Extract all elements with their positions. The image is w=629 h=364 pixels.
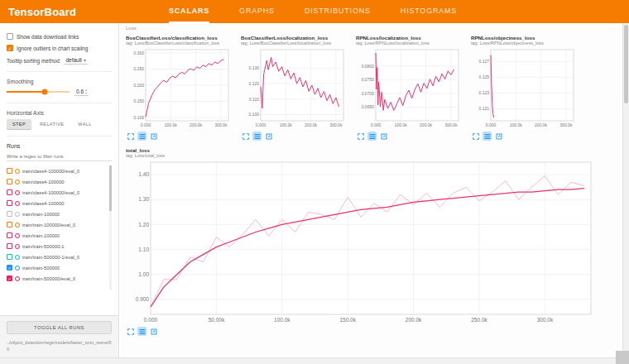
stepper-arrows-icon[interactable]: ▴▾ — [85, 89, 87, 94]
run-item[interactable]: train/class4-100000/eval_0 — [7, 187, 108, 198]
run-visibility-icon[interactable] — [15, 233, 20, 238]
chart-toolbar — [241, 132, 350, 141]
run-visibility-icon[interactable] — [15, 169, 20, 174]
data-table-icon[interactable] — [137, 132, 146, 141]
svg-text:100.0k: 100.0k — [280, 122, 293, 127]
smoothing-row: 0.6 ▴▾ — [7, 88, 112, 96]
run-checkbox[interactable] — [7, 243, 12, 249]
sidebar-footer: TOGGLE ALL RUNS ../object_detection/regs… — [0, 315, 118, 358]
run-checkbox[interactable] — [7, 222, 12, 228]
run-visibility-icon[interactable] — [15, 266, 20, 271]
run-visibility-icon[interactable] — [15, 212, 20, 217]
run-visibility-icon[interactable] — [15, 223, 20, 228]
run-checkbox[interactable]: ✓ — [7, 275, 12, 281]
run-filter-input[interactable] — [7, 152, 112, 161]
fullscreen-icon[interactable] — [356, 132, 365, 141]
fullscreen-icon[interactable] — [241, 132, 250, 141]
run-name: train/train-500000/eval_0 — [22, 276, 75, 281]
data-table-icon[interactable] — [252, 132, 262, 141]
run-visibility-icon[interactable] — [15, 276, 20, 281]
run-item[interactable]: train/train-500000-1/eval_0 — [7, 251, 108, 262]
run-checkbox[interactable] — [7, 179, 12, 184]
horizontal-axis-buttons: STEPRELATIVEWALL — [7, 119, 112, 129]
run-name: train/train-500000 — [22, 266, 60, 271]
divider — [7, 136, 112, 136]
tab-graphs[interactable]: GRAPHS — [239, 0, 275, 23]
svg-text:200.0k: 200.0k — [535, 122, 548, 127]
run-visibility-icon[interactable] — [15, 201, 20, 206]
fit-domain-icon[interactable] — [149, 327, 158, 336]
fit-domain-icon[interactable] — [494, 132, 503, 141]
chart-plot[interactable]: 0.06500.07000.07500.08000.000100.0k200.0… — [356, 47, 465, 130]
sidebar-checkbox-row[interactable]: Show data download links — [7, 33, 112, 40]
tooltip-sorting-select[interactable]: default ▾ — [64, 56, 88, 65]
run-item[interactable]: train/class4-100000 — [7, 198, 108, 208]
checkbox-icon[interactable] — [7, 33, 13, 40]
checkbox-icon[interactable]: ✓ — [7, 45, 13, 51]
chart-tag: tag: Loss/BoxClassifierLoss/classificati… — [126, 41, 235, 46]
run-item[interactable]: train/train-100000 — [7, 230, 108, 241]
chart-card: BoxClassifierLoss/localization_losstag: … — [241, 35, 350, 141]
slider-thumb[interactable] — [41, 89, 47, 95]
chart-title: RPNLoss/localization_loss — [356, 35, 465, 41]
scrollbar-thumb[interactable] — [109, 165, 112, 211]
axis-button-relative[interactable]: RELATIVE — [34, 119, 70, 129]
chart-plot[interactable]: 0.1000.1100.1200.1300.000100.0k200.0k300… — [241, 47, 350, 130]
data-table-icon[interactable] — [367, 132, 377, 141]
run-visibility-icon[interactable] — [15, 244, 20, 249]
run-item[interactable]: ✓train/train-500000 — [7, 262, 108, 273]
scrollbar-thumb[interactable] — [624, 25, 628, 103]
fullscreen-icon[interactable] — [126, 132, 135, 141]
run-name: train/train-500000-1 — [22, 244, 65, 249]
fit-domain-icon[interactable] — [149, 132, 158, 141]
fullscreen-icon[interactable] — [471, 132, 480, 141]
smoothing-value-input[interactable]: 0.6 ▴▾ — [74, 88, 89, 96]
tooltip-sorting-row: Tooltip sorting method: default ▾ — [7, 56, 112, 65]
run-checkbox[interactable] — [7, 211, 12, 217]
divider — [7, 103, 112, 103]
svg-text:0.120: 0.120 — [248, 81, 259, 86]
data-table-icon[interactable] — [137, 327, 146, 336]
axis-button-wall[interactable]: WALL — [72, 119, 97, 129]
svg-text:200.0k: 200.0k — [190, 122, 203, 127]
toggle-all-runs-button[interactable]: TOGGLE ALL RUNS — [7, 321, 112, 334]
category-label: Loss — [120, 23, 622, 31]
run-item[interactable]: train/train-100000/eval_0 — [7, 219, 108, 230]
run-visibility-icon[interactable] — [15, 190, 20, 195]
run-checkbox[interactable] — [7, 254, 12, 260]
svg-text:0.000: 0.000 — [371, 122, 382, 127]
run-item[interactable]: ✓train/train-500000/eval_0 — [7, 273, 108, 284]
chart-plot[interactable]: 0.1210.1230.1250.1270.000100.0k200.0k300… — [471, 47, 580, 130]
tab-distributions[interactable]: DISTRIBUTIONS — [305, 0, 371, 23]
sidebar-checkbox-row[interactable]: ✓Ignore outliers in chart scaling — [7, 45, 112, 51]
svg-text:0.110: 0.110 — [249, 97, 259, 102]
run-visibility-icon[interactable] — [15, 180, 20, 184]
fit-domain-icon[interactable] — [379, 132, 388, 141]
vertical-scrollbar[interactable] — [622, 23, 629, 357]
svg-text:150.0k: 150.0k — [339, 317, 356, 323]
chart-plot[interactable]: 0.1000.1500.2000.2500.3000.000100.0k200.… — [126, 47, 235, 130]
tab-scalars[interactable]: SCALARS — [169, 0, 209, 23]
run-checkbox[interactable]: ✓ — [7, 265, 12, 271]
run-item[interactable]: train/class4-100000 — [7, 176, 108, 187]
fit-domain-icon[interactable] — [264, 132, 273, 141]
data-table-icon[interactable] — [483, 132, 492, 141]
run-item[interactable]: train/train-100000 — [7, 208, 108, 219]
tab-histograms[interactable]: HISTOGRAMS — [401, 0, 457, 23]
run-checkbox[interactable] — [7, 200, 12, 206]
fullscreen-icon[interactable] — [126, 327, 135, 336]
run-item[interactable]: train/class4-100000/eval_0 — [7, 165, 108, 176]
run-name: train/class4-100000/eval_0 — [22, 190, 79, 195]
logdir-path-caption: ../object_detection/regs/models/faster_r… — [7, 339, 112, 353]
smoothing-slider[interactable] — [7, 91, 70, 93]
chart-plot[interactable]: 0.9001.001.101.201.301.400.00050.00k100.… — [126, 160, 602, 325]
run-list-scrollbar[interactable] — [109, 165, 112, 290]
run-visibility-icon[interactable] — [15, 255, 20, 260]
run-checkbox[interactable] — [7, 232, 12, 238]
run-item[interactable]: train/train-500000-1 — [7, 241, 108, 251]
chart-card: RPNLoss/objectness_losstag: Loss/RPNLoss… — [471, 35, 580, 141]
run-checkbox[interactable] — [7, 168, 12, 174]
run-checkbox[interactable] — [7, 189, 12, 195]
horizontal-scrollbar[interactable] — [0, 357, 616, 364]
axis-button-step[interactable]: STEP — [7, 119, 31, 129]
